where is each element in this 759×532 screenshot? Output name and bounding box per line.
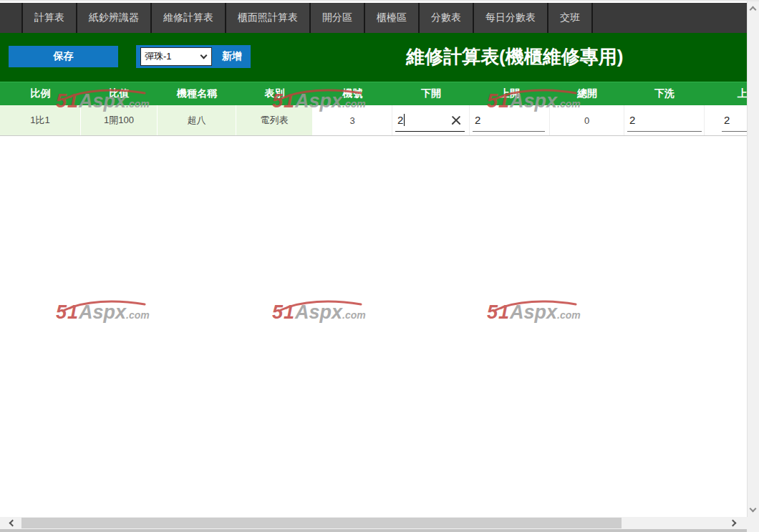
- horizontal-scroll-thumb[interactable]: [21, 518, 622, 528]
- col-header-ratio-value: 比值: [81, 82, 158, 105]
- machine-select[interactable]: 彈珠-1: [140, 47, 212, 66]
- col-header-up-wash: 上洗: [705, 82, 747, 105]
- scroll-left-icon[interactable]: [9, 520, 16, 527]
- vertical-scrollbar[interactable]: [747, 1, 759, 518]
- scroll-down-icon[interactable]: [750, 506, 757, 513]
- total-open-value: 0: [584, 115, 589, 126]
- cell-down-wash: 2: [624, 105, 705, 135]
- up-open-value: 2: [475, 114, 480, 126]
- machine-select-value: 彈珠-1: [145, 50, 172, 63]
- nav-tab-bill-acceptor[interactable]: 紙鈔辨識器: [77, 3, 152, 33]
- nav-tab-daily-score-table[interactable]: 每日分數表: [474, 3, 548, 33]
- horizontal-scrollbar[interactable]: [0, 517, 747, 532]
- cell-down-open: 2: [392, 105, 470, 135]
- table-type-value: 電列表: [261, 114, 289, 127]
- cell-total-open: 0: [550, 105, 624, 135]
- nav-tab-repair-calc-table[interactable]: 維修計算表: [152, 3, 226, 33]
- down-open-input[interactable]: 2: [395, 109, 465, 132]
- nav-tab-calc-table[interactable]: 計算表: [21, 3, 77, 33]
- watermark: 51Aspx.com: [56, 298, 150, 329]
- screen: 計算表紙鈔辨識器維修計算表櫃面照計算表開分區櫃檯區分數表每日分數表交班 保存 彈…: [0, 0, 759, 532]
- scrollbar-corner: [747, 517, 759, 532]
- scroll-right-icon[interactable]: [730, 520, 737, 527]
- col-header-total-open: 總開: [550, 82, 624, 105]
- nav-tab-open-credit-area[interactable]: 開分區: [311, 3, 365, 33]
- chevron-down-icon: [200, 52, 208, 59]
- page-title: 維修計算表(機櫃維修專用): [406, 45, 623, 68]
- watermark-swoosh-icon: [279, 299, 364, 311]
- ratio-value: 1比1: [30, 114, 49, 127]
- col-header-table-type: 表別: [236, 82, 313, 105]
- col-header-up-open: 上開: [470, 82, 550, 105]
- cell-table-type: 電列表: [236, 105, 313, 135]
- toolbar: 保存 彈珠-1 新增 維修計算表(機櫃維修專用): [0, 33, 747, 82]
- up-wash-input[interactable]: 2: [722, 109, 747, 132]
- text-cursor: [404, 114, 405, 126]
- nav-tab-score-table[interactable]: 分數表: [420, 3, 474, 33]
- col-header-machine-name: 機種名稱: [158, 82, 236, 105]
- add-group: 彈珠-1 新增: [136, 45, 251, 68]
- save-button[interactable]: 保存: [9, 46, 118, 67]
- ratio-rate-value: 1開100: [104, 114, 134, 127]
- down-wash-input[interactable]: 2: [627, 109, 702, 132]
- add-button[interactable]: 新增: [215, 50, 249, 63]
- down-wash-value: 2: [629, 114, 635, 126]
- top-nav-tabs: 計算表紙鈔辨識器維修計算表櫃面照計算表開分區櫃檯區分數表每日分數表交班: [0, 3, 747, 33]
- watermark: 51Aspx.com: [487, 298, 581, 329]
- cell-machine-no: 3: [313, 105, 392, 135]
- clear-input-icon[interactable]: [450, 115, 462, 126]
- down-open-value: 2: [397, 114, 403, 126]
- col-header-machine-no: 機號: [313, 82, 392, 105]
- watermark-swoosh-icon: [63, 299, 148, 311]
- cell-machine-name: 超八: [158, 105, 236, 135]
- up-open-input[interactable]: 2: [473, 109, 545, 132]
- col-header-ratio: 比例: [0, 82, 81, 105]
- cell-up-wash: 2: [705, 105, 747, 135]
- nav-tab-counter-photo-calc-table[interactable]: 櫃面照計算表: [226, 3, 311, 33]
- col-header-down-open: 下開: [392, 82, 470, 105]
- table-row: 1比1 1開100 超八 電列表 3 2 2 0 2 2: [0, 105, 747, 136]
- table-header-row: 比例比值機種名稱表別機號下開上開總開下洗上洗: [0, 82, 747, 105]
- cell-up-open: 2: [470, 105, 550, 135]
- scroll-up-icon[interactable]: [750, 6, 757, 14]
- nav-tab-counter-area[interactable]: 櫃檯區: [365, 3, 420, 33]
- nav-tab-shift-change[interactable]: 交班: [548, 3, 593, 33]
- col-header-down-wash: 下洗: [624, 82, 705, 105]
- watermark-swoosh-icon: [494, 299, 579, 311]
- cell-ratio-value: 1開100: [81, 105, 158, 135]
- machine-no-value: 3: [349, 115, 354, 126]
- machine-name-value: 超八: [188, 114, 206, 127]
- up-wash-value: 2: [724, 114, 730, 126]
- cell-ratio: 1比1: [0, 105, 81, 135]
- watermark: 51Aspx.com: [272, 298, 366, 329]
